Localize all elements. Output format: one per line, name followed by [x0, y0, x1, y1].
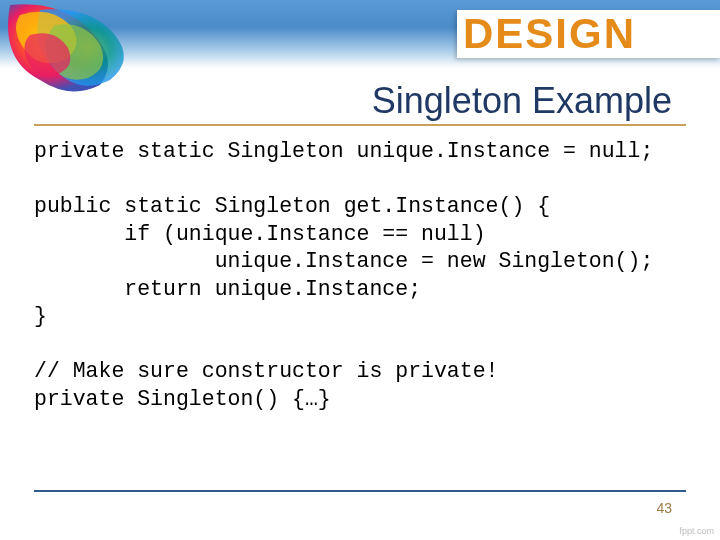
footer-link: fppt.com	[679, 526, 714, 536]
logo-box: DESIGN	[457, 10, 720, 58]
page-number: 43	[656, 500, 672, 516]
slide: DESIGN Singleton Example private static …	[0, 0, 720, 540]
decorative-swirl-image	[0, 0, 145, 100]
bottom-rule	[34, 490, 686, 492]
title-underline	[34, 124, 686, 126]
logo-text: DESIGN	[463, 10, 636, 58]
slide-title: Singleton Example	[372, 80, 672, 122]
code-block: private static Singleton unique.Instance…	[34, 138, 686, 413]
